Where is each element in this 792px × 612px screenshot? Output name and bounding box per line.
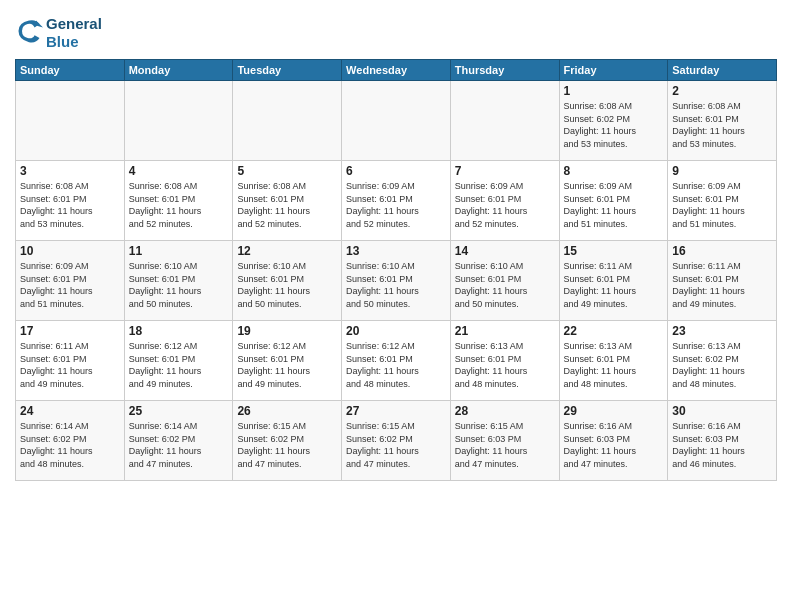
day-cell: 28Sunrise: 6:15 AM Sunset: 6:03 PM Dayli… — [450, 401, 559, 481]
day-cell: 18Sunrise: 6:12 AM Sunset: 6:01 PM Dayli… — [124, 321, 233, 401]
logo-icon — [15, 17, 43, 45]
day-cell: 13Sunrise: 6:10 AM Sunset: 6:01 PM Dayli… — [342, 241, 451, 321]
day-number: 17 — [20, 324, 120, 338]
day-cell: 24Sunrise: 6:14 AM Sunset: 6:02 PM Dayli… — [16, 401, 125, 481]
day-cell: 2Sunrise: 6:08 AM Sunset: 6:01 PM Daylig… — [668, 81, 777, 161]
day-info: Sunrise: 6:09 AM Sunset: 6:01 PM Dayligh… — [455, 180, 555, 230]
day-number: 13 — [346, 244, 446, 258]
logo: General Blue — [15, 15, 102, 51]
day-number: 26 — [237, 404, 337, 418]
day-number: 1 — [564, 84, 664, 98]
day-number: 24 — [20, 404, 120, 418]
day-cell: 25Sunrise: 6:14 AM Sunset: 6:02 PM Dayli… — [124, 401, 233, 481]
day-header-wednesday: Wednesday — [342, 60, 451, 81]
day-number: 18 — [129, 324, 229, 338]
day-info: Sunrise: 6:08 AM Sunset: 6:01 PM Dayligh… — [672, 100, 772, 150]
day-number: 5 — [237, 164, 337, 178]
day-info: Sunrise: 6:11 AM Sunset: 6:01 PM Dayligh… — [20, 340, 120, 390]
day-cell: 30Sunrise: 6:16 AM Sunset: 6:03 PM Dayli… — [668, 401, 777, 481]
day-number: 4 — [129, 164, 229, 178]
day-info: Sunrise: 6:09 AM Sunset: 6:01 PM Dayligh… — [346, 180, 446, 230]
day-info: Sunrise: 6:09 AM Sunset: 6:01 PM Dayligh… — [672, 180, 772, 230]
day-number: 14 — [455, 244, 555, 258]
week-row-4: 17Sunrise: 6:11 AM Sunset: 6:01 PM Dayli… — [16, 321, 777, 401]
day-cell: 23Sunrise: 6:13 AM Sunset: 6:02 PM Dayli… — [668, 321, 777, 401]
header: General Blue — [15, 10, 777, 51]
day-info: Sunrise: 6:10 AM Sunset: 6:01 PM Dayligh… — [237, 260, 337, 310]
svg-marker-0 — [36, 21, 43, 28]
day-header-sunday: Sunday — [16, 60, 125, 81]
day-number: 23 — [672, 324, 772, 338]
day-cell: 29Sunrise: 6:16 AM Sunset: 6:03 PM Dayli… — [559, 401, 668, 481]
day-number: 19 — [237, 324, 337, 338]
day-info: Sunrise: 6:08 AM Sunset: 6:01 PM Dayligh… — [237, 180, 337, 230]
day-cell: 26Sunrise: 6:15 AM Sunset: 6:02 PM Dayli… — [233, 401, 342, 481]
day-header-monday: Monday — [124, 60, 233, 81]
day-info: Sunrise: 6:09 AM Sunset: 6:01 PM Dayligh… — [20, 260, 120, 310]
day-number: 3 — [20, 164, 120, 178]
day-number: 6 — [346, 164, 446, 178]
day-info: Sunrise: 6:09 AM Sunset: 6:01 PM Dayligh… — [564, 180, 664, 230]
day-cell: 12Sunrise: 6:10 AM Sunset: 6:01 PM Dayli… — [233, 241, 342, 321]
day-number: 8 — [564, 164, 664, 178]
day-info: Sunrise: 6:12 AM Sunset: 6:01 PM Dayligh… — [237, 340, 337, 390]
day-number: 16 — [672, 244, 772, 258]
day-number: 29 — [564, 404, 664, 418]
day-number: 30 — [672, 404, 772, 418]
day-number: 27 — [346, 404, 446, 418]
day-cell: 16Sunrise: 6:11 AM Sunset: 6:01 PM Dayli… — [668, 241, 777, 321]
day-cell — [233, 81, 342, 161]
day-cell: 19Sunrise: 6:12 AM Sunset: 6:01 PM Dayli… — [233, 321, 342, 401]
day-cell: 21Sunrise: 6:13 AM Sunset: 6:01 PM Dayli… — [450, 321, 559, 401]
day-info: Sunrise: 6:15 AM Sunset: 6:02 PM Dayligh… — [346, 420, 446, 470]
calendar-table: SundayMondayTuesdayWednesdayThursdayFrid… — [15, 59, 777, 481]
day-cell: 14Sunrise: 6:10 AM Sunset: 6:01 PM Dayli… — [450, 241, 559, 321]
week-row-5: 24Sunrise: 6:14 AM Sunset: 6:02 PM Dayli… — [16, 401, 777, 481]
day-header-tuesday: Tuesday — [233, 60, 342, 81]
day-cell: 17Sunrise: 6:11 AM Sunset: 6:01 PM Dayli… — [16, 321, 125, 401]
day-cell: 9Sunrise: 6:09 AM Sunset: 6:01 PM Daylig… — [668, 161, 777, 241]
day-info: Sunrise: 6:14 AM Sunset: 6:02 PM Dayligh… — [129, 420, 229, 470]
day-cell — [450, 81, 559, 161]
day-info: Sunrise: 6:15 AM Sunset: 6:03 PM Dayligh… — [455, 420, 555, 470]
day-info: Sunrise: 6:08 AM Sunset: 6:01 PM Dayligh… — [20, 180, 120, 230]
day-info: Sunrise: 6:11 AM Sunset: 6:01 PM Dayligh… — [564, 260, 664, 310]
day-info: Sunrise: 6:10 AM Sunset: 6:01 PM Dayligh… — [129, 260, 229, 310]
day-number: 15 — [564, 244, 664, 258]
header-row: SundayMondayTuesdayWednesdayThursdayFrid… — [16, 60, 777, 81]
day-cell: 4Sunrise: 6:08 AM Sunset: 6:01 PM Daylig… — [124, 161, 233, 241]
day-number: 28 — [455, 404, 555, 418]
day-cell: 3Sunrise: 6:08 AM Sunset: 6:01 PM Daylig… — [16, 161, 125, 241]
day-info: Sunrise: 6:16 AM Sunset: 6:03 PM Dayligh… — [564, 420, 664, 470]
day-cell: 27Sunrise: 6:15 AM Sunset: 6:02 PM Dayli… — [342, 401, 451, 481]
main-container: General Blue SundayMondayTuesdayWednesda… — [0, 0, 792, 486]
day-cell: 6Sunrise: 6:09 AM Sunset: 6:01 PM Daylig… — [342, 161, 451, 241]
day-info: Sunrise: 6:10 AM Sunset: 6:01 PM Dayligh… — [455, 260, 555, 310]
day-info: Sunrise: 6:15 AM Sunset: 6:02 PM Dayligh… — [237, 420, 337, 470]
day-cell: 22Sunrise: 6:13 AM Sunset: 6:01 PM Dayli… — [559, 321, 668, 401]
day-header-thursday: Thursday — [450, 60, 559, 81]
day-number: 20 — [346, 324, 446, 338]
day-cell: 8Sunrise: 6:09 AM Sunset: 6:01 PM Daylig… — [559, 161, 668, 241]
week-row-2: 3Sunrise: 6:08 AM Sunset: 6:01 PM Daylig… — [16, 161, 777, 241]
day-info: Sunrise: 6:12 AM Sunset: 6:01 PM Dayligh… — [346, 340, 446, 390]
day-cell: 5Sunrise: 6:08 AM Sunset: 6:01 PM Daylig… — [233, 161, 342, 241]
day-info: Sunrise: 6:11 AM Sunset: 6:01 PM Dayligh… — [672, 260, 772, 310]
day-cell — [124, 81, 233, 161]
day-number: 9 — [672, 164, 772, 178]
day-info: Sunrise: 6:08 AM Sunset: 6:02 PM Dayligh… — [564, 100, 664, 150]
day-number: 7 — [455, 164, 555, 178]
day-cell — [16, 81, 125, 161]
day-number: 22 — [564, 324, 664, 338]
day-number: 11 — [129, 244, 229, 258]
day-cell: 15Sunrise: 6:11 AM Sunset: 6:01 PM Dayli… — [559, 241, 668, 321]
day-info: Sunrise: 6:13 AM Sunset: 6:02 PM Dayligh… — [672, 340, 772, 390]
day-number: 21 — [455, 324, 555, 338]
day-number: 12 — [237, 244, 337, 258]
day-info: Sunrise: 6:10 AM Sunset: 6:01 PM Dayligh… — [346, 260, 446, 310]
day-number: 25 — [129, 404, 229, 418]
day-info: Sunrise: 6:12 AM Sunset: 6:01 PM Dayligh… — [129, 340, 229, 390]
day-header-saturday: Saturday — [668, 60, 777, 81]
day-info: Sunrise: 6:08 AM Sunset: 6:01 PM Dayligh… — [129, 180, 229, 230]
logo-text: General Blue — [46, 15, 102, 51]
